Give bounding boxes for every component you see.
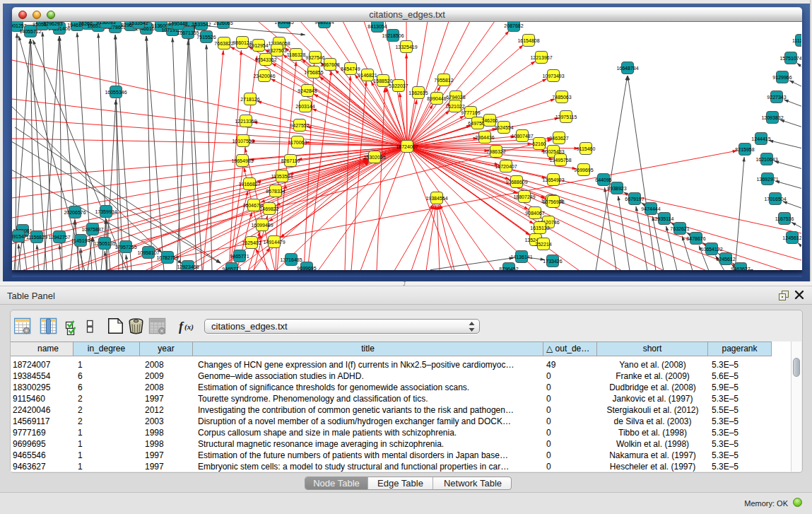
svg-text:1588520: 1588520 bbox=[373, 78, 392, 83]
svg-text:9427552: 9427552 bbox=[290, 123, 309, 128]
svg-text:10958107: 10958107 bbox=[137, 250, 159, 255]
svg-text:19166827: 19166827 bbox=[238, 182, 260, 187]
svg-text:18724007: 18724007 bbox=[396, 144, 418, 149]
svg-text:746266: 746266 bbox=[481, 118, 498, 123]
svg-text:6794028: 6794028 bbox=[446, 95, 465, 100]
svg-text:8215958: 8215958 bbox=[735, 147, 754, 152]
svg-text:9463627: 9463627 bbox=[731, 267, 750, 271]
svg-text:9777169: 9777169 bbox=[461, 110, 480, 115]
svg-text:16648784: 16648784 bbox=[616, 66, 638, 71]
svg-text:391547: 391547 bbox=[12, 234, 27, 239]
svg-text:9465771: 9465771 bbox=[230, 254, 249, 259]
svg-text:12923468: 12923468 bbox=[177, 264, 199, 269]
svg-text:9129966: 9129966 bbox=[772, 75, 792, 80]
svg-text:1244415: 1244415 bbox=[751, 136, 770, 141]
svg-text:1469822: 1469822 bbox=[259, 206, 278, 211]
svg-text:9699695: 9699695 bbox=[574, 168, 593, 173]
svg-text:2367608: 2367608 bbox=[320, 62, 339, 67]
svg-text:7515526: 7515526 bbox=[196, 35, 216, 40]
svg-text:8990448: 8990448 bbox=[427, 96, 446, 101]
svg-text:8296293: 8296293 bbox=[43, 22, 62, 26]
svg-text:1145194: 1145194 bbox=[71, 238, 90, 243]
svg-text:2087682: 2087682 bbox=[504, 23, 523, 28]
svg-text:23420046: 23420046 bbox=[253, 74, 275, 78]
svg-text:8454749: 8454749 bbox=[341, 66, 360, 71]
svg-text:17016504: 17016504 bbox=[764, 197, 786, 201]
svg-text:17957255: 17957255 bbox=[114, 245, 136, 250]
svg-text:1904485: 1904485 bbox=[274, 22, 293, 25]
svg-text:1170063: 1170063 bbox=[288, 140, 307, 145]
svg-text:16099489: 16099489 bbox=[251, 223, 273, 228]
svg-text:1733426: 1733426 bbox=[543, 259, 562, 264]
svg-text:15720407: 15720407 bbox=[495, 164, 517, 169]
svg-text:8478676: 8478676 bbox=[686, 236, 705, 241]
svg-text:11353594: 11353594 bbox=[271, 174, 293, 179]
svg-text:8267110: 8267110 bbox=[281, 158, 300, 163]
svg-text:9245612: 9245612 bbox=[716, 257, 735, 262]
svg-text:14914479: 14914479 bbox=[263, 240, 285, 245]
svg-text:9327546: 9327546 bbox=[305, 55, 324, 60]
svg-text:17359934: 17359934 bbox=[95, 209, 117, 214]
svg-text:16154808: 16154808 bbox=[517, 38, 539, 43]
svg-text:7632621: 7632621 bbox=[670, 226, 689, 231]
svg-text:8413054: 8413054 bbox=[367, 24, 387, 29]
svg-text:13975115: 13975115 bbox=[555, 115, 577, 119]
svg-text:9136093: 9136093 bbox=[96, 22, 115, 25]
svg-text:16055346: 16055346 bbox=[105, 90, 126, 95]
svg-text:19384554: 19384554 bbox=[425, 196, 447, 201]
svg-text:1186328: 1186328 bbox=[287, 52, 306, 57]
svg-text:8578334: 8578334 bbox=[266, 189, 285, 194]
svg-text:10688609: 10688609 bbox=[505, 180, 527, 185]
svg-text:1756855: 1756855 bbox=[304, 70, 323, 75]
svg-text:1621022: 1621022 bbox=[445, 104, 464, 109]
svg-text:16543362: 16543362 bbox=[254, 57, 276, 62]
svg-text:62160: 62160 bbox=[532, 141, 546, 146]
svg-text:10807487: 10807487 bbox=[511, 134, 533, 139]
svg-text:8938923: 8938923 bbox=[607, 186, 626, 191]
svg-text:1533542: 1533542 bbox=[192, 22, 211, 27]
svg-text:7663822: 7663822 bbox=[214, 41, 233, 46]
svg-text:1615132: 1615132 bbox=[530, 226, 549, 230]
svg-text:9242848: 9242848 bbox=[298, 88, 317, 93]
svg-text:9084067: 9084067 bbox=[525, 211, 544, 216]
svg-text:16210643: 16210643 bbox=[755, 157, 777, 162]
svg-text:9115460: 9115460 bbox=[577, 146, 596, 151]
svg-text:12942757: 12942757 bbox=[48, 235, 70, 240]
svg-text:12213369: 12213369 bbox=[235, 119, 257, 124]
svg-text:9327503: 9327503 bbox=[267, 48, 286, 53]
svg-text:8912954: 8912954 bbox=[249, 43, 268, 48]
svg-text:f: f bbox=[179, 320, 184, 334]
svg-text:10975887: 10975887 bbox=[81, 227, 103, 232]
svg-text:14136141: 14136141 bbox=[510, 255, 532, 259]
svg-text:13716485: 13716485 bbox=[280, 257, 302, 262]
svg-text:15751074: 15751074 bbox=[779, 56, 801, 61]
svg-text:7625402: 7625402 bbox=[242, 240, 261, 245]
svg-text:1112543: 1112543 bbox=[792, 38, 801, 43]
svg-text:10025433: 10025433 bbox=[542, 149, 564, 154]
svg-text:19654983: 19654983 bbox=[231, 158, 253, 163]
svg-text:6679197: 6679197 bbox=[625, 197, 644, 201]
svg-text:9463627: 9463627 bbox=[549, 136, 568, 141]
svg-text:1245612: 1245612 bbox=[782, 235, 801, 240]
svg-text:9146821: 9146821 bbox=[358, 73, 377, 78]
svg-text:5322037: 5322037 bbox=[389, 83, 408, 88]
svg-text:8990448: 8990448 bbox=[168, 22, 187, 26]
svg-text:10654122: 10654122 bbox=[700, 247, 722, 252]
svg-text:12213967: 12213967 bbox=[530, 55, 552, 60]
svg-text:2935114: 2935114 bbox=[655, 216, 674, 221]
svg-text:2718126: 2718126 bbox=[240, 97, 259, 102]
svg-text:1362615: 1362615 bbox=[408, 90, 428, 95]
svg-text:20206576: 20206576 bbox=[64, 210, 86, 215]
svg-text:8796452: 8796452 bbox=[499, 267, 518, 271]
svg-text:13325419: 13325419 bbox=[395, 45, 417, 49]
svg-text:2603144: 2603144 bbox=[295, 104, 314, 109]
svg-text:9699695: 9699695 bbox=[297, 266, 316, 271]
svg-text:7986322: 7986322 bbox=[486, 149, 505, 154]
svg-text:(x): (x) bbox=[184, 322, 194, 332]
svg-text:7485063: 7485063 bbox=[552, 95, 571, 100]
svg-text:252214: 252214 bbox=[535, 242, 551, 247]
svg-text:13495758: 13495758 bbox=[549, 158, 571, 163]
svg-text:12093832: 12093832 bbox=[761, 115, 783, 120]
svg-text:644095: 644095 bbox=[595, 177, 611, 182]
svg-text:16671355: 16671355 bbox=[177, 30, 199, 35]
